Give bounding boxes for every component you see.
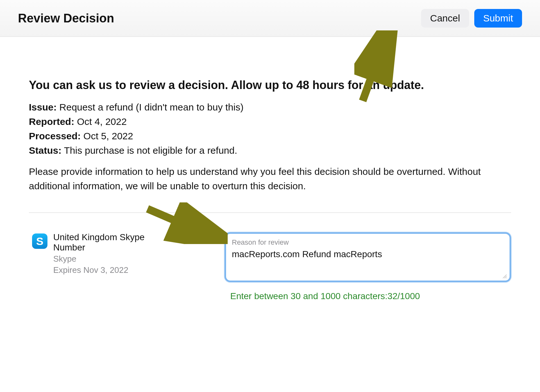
reason-input[interactable]: [232, 249, 504, 274]
meta-processed-label: Processed:: [29, 131, 81, 141]
reason-textarea-wrap[interactable]: Reason for review: [224, 232, 511, 282]
dialog-header: Review Decision Cancel Submit: [0, 0, 540, 37]
purchase-info: United Kingdom Skype Number Skype Expire…: [53, 232, 165, 275]
price: $7.99: [171, 232, 203, 242]
meta-reported-label: Reported:: [29, 116, 74, 127]
meta-issue-value: Request a refund (I didn't mean to buy t…: [59, 102, 243, 112]
main-content: You can ask us to review a decision. All…: [0, 37, 540, 321]
meta-issue: Issue: Request a refund (I didn't mean t…: [29, 101, 511, 113]
meta-reported-value: Oct 4, 2022: [77, 116, 127, 127]
resize-handle-icon: [502, 274, 507, 279]
reason-label: Reason for review: [232, 238, 504, 247]
divider: [29, 212, 511, 213]
product-name: United Kingdom Skype Number: [53, 232, 165, 253]
page-title: Review Decision: [18, 12, 114, 25]
character-counter: Enter between 30 and 1000 characters:32/…: [224, 291, 511, 301]
app-name: Skype: [53, 254, 165, 264]
skype-icon-letter: S: [36, 235, 44, 248]
meta-processed: Processed: Oct 5, 2022: [29, 130, 511, 142]
skype-icon: S: [32, 233, 47, 249]
instruction-text: Please provide information to help us un…: [29, 164, 511, 193]
submit-button[interactable]: Submit: [474, 9, 522, 28]
expiry-date: Expires Nov 3, 2022: [53, 265, 165, 275]
header-actions: Cancel Submit: [421, 9, 522, 28]
meta-processed-value: Oct 5, 2022: [83, 131, 133, 141]
meta-reported: Reported: Oct 4, 2022: [29, 115, 511, 128]
textarea-column: Reason for review Enter between 30 and 1…: [224, 232, 511, 301]
headline-text: You can ask us to review a decision. All…: [29, 78, 511, 92]
decision-meta: Issue: Request a refund (I didn't mean t…: [29, 101, 511, 157]
purchase-row: S United Kingdom Skype Number Skype Expi…: [29, 232, 511, 301]
meta-status-value: This purchase is not eligible for a refu…: [64, 145, 237, 156]
cancel-button[interactable]: Cancel: [421, 9, 469, 28]
meta-issue-label: Issue:: [29, 102, 57, 112]
meta-status: Status: This purchase is not eligible fo…: [29, 144, 511, 157]
meta-status-label: Status:: [29, 145, 62, 156]
